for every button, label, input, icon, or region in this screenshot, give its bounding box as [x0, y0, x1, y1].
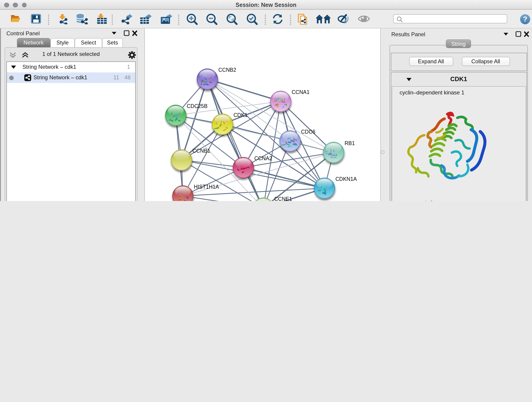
- svg-text:CCNE1: CCNE1: [274, 196, 292, 201]
- svg-text:CCNB1: CCNB1: [192, 148, 210, 154]
- svg-text:CCNA2: CCNA2: [254, 155, 272, 161]
- svg-text:RB1: RB1: [345, 140, 355, 146]
- svg-text:CDC25B: CDC25B: [187, 103, 208, 109]
- svg-text:CDK1: CDK1: [234, 112, 247, 118]
- svg-text:CDC6: CDC6: [301, 129, 316, 135]
- svg-text:CDKN1A: CDKN1A: [336, 176, 357, 182]
- svg-text:CCNB2: CCNB2: [218, 67, 236, 73]
- svg-text:CCNA1: CCNA1: [292, 89, 310, 95]
- svg-text:HIST1H1A: HIST1H1A: [194, 184, 219, 190]
